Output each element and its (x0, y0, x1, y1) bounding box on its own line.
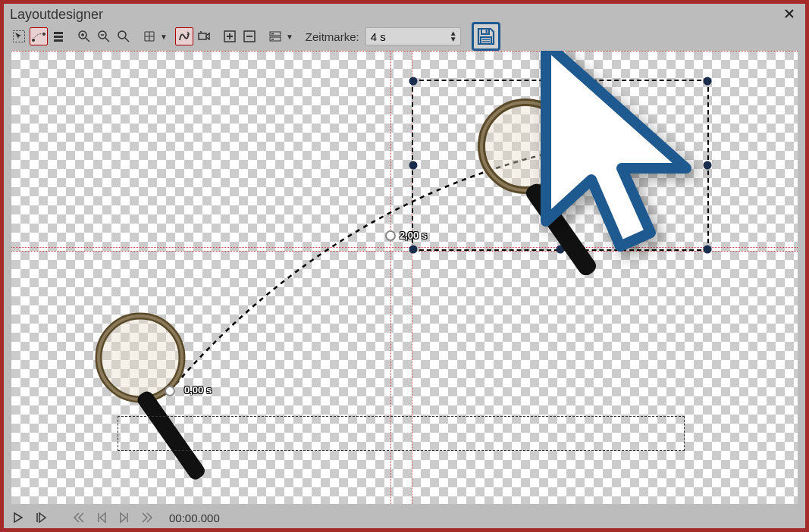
layers-tool-button[interactable] (49, 27, 67, 45)
magnifier-start[interactable] (83, 308, 258, 486)
keyframe-marker[interactable] (385, 230, 396, 241)
layers-icon (52, 30, 65, 43)
spinner-arrows[interactable]: ▲ ▼ (450, 30, 460, 42)
close-icon (784, 8, 795, 19)
grid-button[interactable] (140, 27, 158, 45)
tool-group-selection (10, 27, 67, 45)
step-icon (35, 512, 47, 524)
zoom-in-button[interactable] (75, 27, 93, 45)
minus-icon (243, 30, 256, 43)
zoom-in-icon (77, 30, 91, 43)
next-frame-button[interactable] (116, 509, 133, 526)
path-tool-button[interactable] (30, 27, 48, 45)
zoom-out-icon (97, 30, 111, 43)
last-frame-button[interactable] (139, 509, 155, 526)
textbox-placeholder[interactable] (118, 416, 685, 451)
select-icon (12, 30, 26, 43)
app-window: Layoutdesigner (0, 0, 809, 532)
keyframe-label-mid: 2,00 s (400, 230, 427, 241)
svg-rect-14 (271, 33, 274, 35)
svg-rect-18 (481, 37, 491, 44)
canvas[interactable]: 0,00 s 2,00 s (11, 51, 798, 504)
select-tool-button[interactable] (10, 27, 28, 45)
svg-rect-3 (54, 32, 63, 34)
zoom-fit-button[interactable] (114, 27, 133, 45)
tool-group-zoom (75, 27, 133, 45)
prev-frame-button[interactable] (93, 509, 110, 526)
tool-group-preset: ▼ (266, 27, 293, 45)
timemark-spinner[interactable]: ▲ ▼ (365, 27, 461, 45)
window-title: Layoutdesigner (10, 7, 779, 23)
curve-button[interactable] (175, 27, 193, 45)
timemark-input[interactable] (366, 30, 450, 43)
curve-icon (177, 30, 191, 43)
plus-icon (223, 30, 237, 43)
main-toolbar: ▼ ▼ Zeitmarke: (4, 25, 805, 48)
last-icon (141, 512, 153, 524)
svg-rect-4 (54, 36, 63, 38)
cursor-overlay (531, 51, 713, 281)
spin-down-icon[interactable]: ▼ (450, 36, 457, 42)
close-button[interactable] (779, 7, 799, 23)
preset-icon (268, 30, 282, 43)
timemark-label: Zeitmarke: (306, 30, 359, 43)
keyframe-label-start: 0,00 s (184, 384, 212, 396)
preset-menu-arrow[interactable]: ▼ (286, 33, 293, 41)
svg-point-2 (42, 33, 45, 36)
titlebar: Layoutdesigner (4, 4, 805, 25)
preset-button[interactable] (266, 27, 284, 45)
camera-icon (197, 30, 211, 43)
svg-rect-17 (485, 30, 488, 33)
svg-rect-9 (199, 33, 206, 39)
svg-rect-5 (54, 39, 63, 42)
save-icon (476, 27, 496, 46)
first-frame-button[interactable] (71, 509, 87, 526)
svg-rect-15 (271, 39, 274, 40)
first-icon (73, 512, 85, 524)
path-icon (32, 30, 45, 43)
play-icon (12, 512, 24, 524)
playbar: 00:00.000 (4, 507, 805, 528)
keyframe-marker[interactable] (165, 386, 175, 396)
prev-icon (96, 512, 108, 524)
grid-menu-arrow[interactable]: ▼ (160, 33, 168, 41)
timecode: 00:00.000 (169, 512, 220, 524)
tool-group-motion (175, 27, 213, 45)
handle[interactable] (409, 77, 418, 86)
svg-point-1 (32, 39, 35, 42)
save-button[interactable] (472, 22, 500, 51)
zoom-out-button[interactable] (95, 27, 113, 45)
tool-group-kf (221, 27, 259, 45)
kf-add-button[interactable] (221, 27, 239, 45)
camera-button[interactable] (195, 27, 213, 45)
svg-point-8 (118, 31, 126, 39)
tool-group-grid: ▼ (140, 27, 168, 45)
grid-icon (143, 30, 156, 43)
zoom-fit-icon (117, 30, 130, 43)
handle[interactable] (409, 161, 418, 170)
play-step-button[interactable] (33, 509, 49, 526)
canvas-viewport[interactable]: 0,00 s 2,00 s (11, 51, 798, 504)
play-button[interactable] (10, 509, 27, 526)
handle[interactable] (409, 246, 418, 254)
next-icon (118, 512, 130, 524)
kf-remove-button[interactable] (240, 27, 259, 45)
